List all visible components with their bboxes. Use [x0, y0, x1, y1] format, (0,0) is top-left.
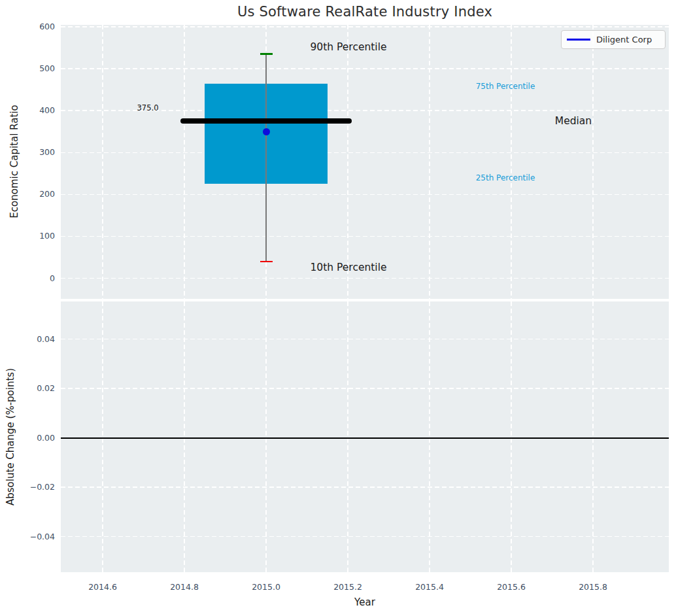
annotation-25th-percentile: 25th Percentile	[476, 173, 535, 182]
bottom-y-tick-label: −0.02	[0, 482, 55, 492]
zero-line	[61, 437, 669, 439]
x-gridline	[429, 25, 430, 299]
chart-title: Us Software RealRate Industry Index	[61, 4, 669, 20]
x-gridline	[511, 25, 512, 299]
annotation-median: Median	[555, 115, 592, 127]
x-gridline	[184, 25, 185, 299]
figure: Us Software RealRate Industry Index Econ…	[0, 0, 676, 616]
legend: Diligent Corp	[561, 30, 666, 49]
top-y-tick-label: 100	[0, 231, 55, 241]
y-gridline	[61, 26, 669, 27]
y-gridline	[61, 68, 669, 69]
x-gridline	[592, 25, 594, 299]
bottom-y-tick-label: −0.04	[0, 532, 55, 542]
y-gridline	[61, 194, 669, 196]
annotation-75th-percentile: 75th Percentile	[476, 82, 535, 91]
bottom-y-tick-label: 0.02	[0, 383, 55, 394]
p10-cap	[260, 261, 273, 263]
x-tick-label: 2014.6	[73, 582, 132, 592]
top-y-axis-label: Economic Capital Ratio	[8, 105, 20, 218]
x-tick-label: 2015.4	[400, 582, 459, 592]
top-y-tick-label: 300	[0, 147, 55, 158]
y-gridline	[61, 339, 669, 340]
x-tick-label: 2014.8	[155, 582, 214, 592]
bottom-axes	[61, 301, 669, 572]
bottom-y-tick-label: 0.04	[0, 334, 55, 345]
x-tick-label: 2015.6	[482, 582, 541, 592]
annotation-90th-percentile: 90th Percentile	[310, 41, 386, 53]
whisker-line	[265, 54, 266, 262]
company-point	[263, 128, 270, 135]
annotation-10th-percentile: 10th Percentile	[310, 262, 386, 273]
y-gridline	[61, 487, 669, 488]
top-y-tick-label: 200	[0, 189, 55, 199]
x-tick-label: 2015.8	[564, 582, 622, 592]
top-y-tick-label: 500	[0, 63, 55, 74]
annotation-median-value: 375.0	[137, 103, 159, 112]
x-axis-label: Year	[61, 596, 669, 608]
y-gridline	[61, 236, 669, 237]
y-gridline	[61, 278, 669, 279]
x-tick-label: 2015.2	[318, 582, 377, 592]
bottom-y-tick-label: 0.00	[0, 433, 55, 443]
top-y-tick-label: 0	[0, 273, 55, 284]
y-gridline	[61, 388, 669, 389]
top-y-tick-label: 600	[0, 22, 55, 32]
top-axes	[61, 25, 669, 299]
y-gridline	[61, 152, 669, 154]
median-line	[180, 118, 352, 124]
x-tick-label: 2015.0	[237, 582, 296, 592]
x-gridline	[347, 25, 348, 299]
x-gridline	[102, 25, 103, 299]
p90-cap	[260, 53, 273, 55]
legend-label: Diligent Corp	[596, 35, 652, 44]
y-gridline	[61, 536, 669, 538]
top-y-tick-label: 400	[0, 105, 55, 116]
legend-line-sample	[567, 39, 590, 41]
